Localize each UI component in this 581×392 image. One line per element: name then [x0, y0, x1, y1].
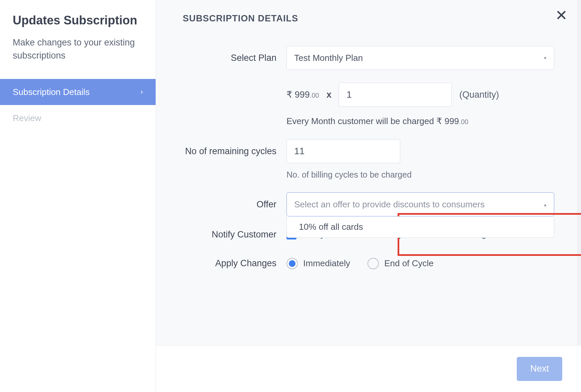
next-button[interactable]: Next	[517, 357, 562, 381]
price-amount: ₹ 999.00	[286, 89, 319, 100]
sidebar: Updates Subscription Make changes to you…	[0, 0, 156, 392]
step-subscription-details[interactable]: Subscription Details ›	[0, 79, 156, 105]
remaining-cycles-input[interactable]	[286, 139, 400, 163]
radio-label: End of Cycle	[384, 258, 433, 269]
close-button[interactable]: ✕	[555, 8, 568, 23]
page-title: Updates Subscription	[13, 13, 143, 27]
multiply-symbol: x	[326, 90, 331, 100]
caret-up-icon: ▴	[544, 201, 547, 208]
step-label: Review	[13, 113, 41, 123]
page-subtitle: Make changes to your existing subscripti…	[13, 36, 143, 62]
quantity-input[interactable]	[339, 83, 452, 107]
offer-select[interactable]: Select an offer to provide discounts to …	[286, 192, 554, 216]
chevron-right-icon: ›	[141, 88, 143, 96]
caret-down-icon: ▾	[544, 55, 547, 61]
label-select-plan: Select Plan	[183, 46, 286, 65]
apply-immediately-radio[interactable]: Immediately	[286, 258, 350, 269]
label-notify-customer: Notify Customer	[183, 225, 286, 241]
radio-label: Immediately	[303, 258, 350, 269]
label-offer: Offer	[183, 192, 286, 211]
label-apply-changes: Apply Changes	[183, 254, 286, 270]
step-label: Subscription Details	[13, 87, 90, 97]
main-panel: ✕ SUBSCRIPTION DETAILS Select Plan Test …	[156, 0, 581, 392]
offer-dropdown: 10% off all cards	[286, 216, 554, 238]
plan-select-value: Test Monthly Plan	[294, 53, 363, 63]
plan-select[interactable]: Test Monthly Plan ▾	[286, 46, 554, 70]
label-remaining-cycles: No of remaining cycles	[183, 139, 286, 158]
cycles-help-text: No. of billing cycles to be charged	[286, 170, 554, 180]
apply-end-of-cycle-radio[interactable]: End of Cycle	[367, 258, 433, 269]
vertical-scrollbar[interactable]	[577, 0, 581, 345]
radio-icon	[286, 258, 298, 269]
footer: Next	[156, 345, 581, 392]
offer-placeholder: Select an offer to provide discounts to …	[294, 199, 485, 210]
close-icon: ✕	[555, 7, 568, 23]
radio-icon	[367, 258, 379, 269]
offer-option-10pct[interactable]: 10% off all cards	[287, 216, 554, 237]
section-title: SUBSCRIPTION DETAILS	[183, 13, 554, 24]
step-review[interactable]: Review	[0, 105, 156, 131]
quantity-label: (Quantity)	[459, 90, 499, 100]
charge-summary: Every Month customer will be charged ₹ 9…	[286, 116, 554, 126]
